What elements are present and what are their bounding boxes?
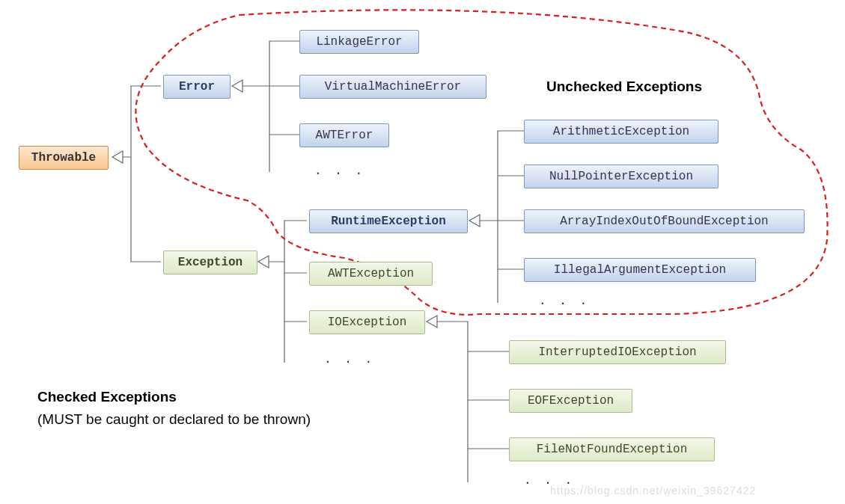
node-error: Error <box>163 75 231 99</box>
label-checked-sub: (MUST be caught or declared to be thrown… <box>37 411 311 428</box>
node-fnf: FileNotFoundException <box>509 437 715 461</box>
node-arithmetic: ArithmeticException <box>524 120 719 144</box>
svg-marker-4 <box>427 316 437 328</box>
exception-ellipsis: . . . <box>324 351 375 366</box>
node-io-exception: IOException <box>309 310 425 334</box>
node-linkage-error: LinkageError <box>299 30 419 54</box>
node-interrupted-io: InterruptedIOException <box>509 340 726 364</box>
label-checked-title: Checked Exceptions <box>37 389 177 405</box>
watermark: https://blog.csdn.net/weixin_39627422 <box>550 485 756 497</box>
error-ellipsis: . . . <box>314 163 365 177</box>
node-npe: NullPointerException <box>524 165 719 188</box>
node-awt-error: AWTError <box>299 123 389 147</box>
node-awt-exception: AWTException <box>309 262 433 286</box>
svg-marker-0 <box>112 151 123 163</box>
label-unchecked: Unchecked Exceptions <box>546 79 702 95</box>
node-exception: Exception <box>163 251 257 274</box>
node-eof: EOFException <box>509 389 632 413</box>
node-runtime-exception: RuntimeException <box>309 209 468 233</box>
svg-marker-1 <box>232 80 242 92</box>
svg-marker-3 <box>469 215 480 227</box>
node-illegal-arg: IllegalArgumentException <box>524 258 756 282</box>
svg-marker-2 <box>258 256 269 268</box>
node-aioob: ArrayIndexOutOfBoundException <box>524 209 805 233</box>
node-vm-error: VirtualMachineError <box>299 75 486 99</box>
runtime-ellipsis: . . . <box>539 293 590 307</box>
node-throwable: Throwable <box>19 146 109 170</box>
